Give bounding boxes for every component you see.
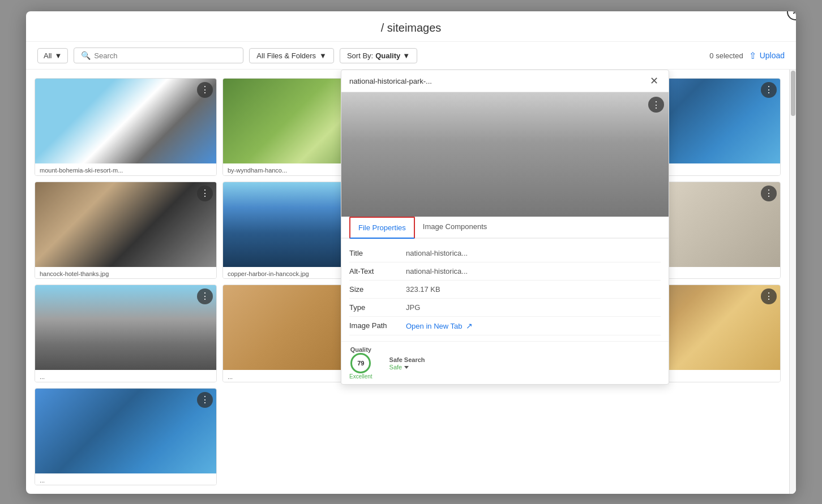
props-row: Title national-historica... xyxy=(349,244,661,262)
props-row: Alt-Text national-historica... xyxy=(349,262,661,281)
panel-safe-search-chevron xyxy=(404,366,409,369)
image-thumbnail xyxy=(35,79,216,163)
image-menu-button[interactable]: ⋮ xyxy=(197,288,213,304)
props-key: Size xyxy=(349,285,406,294)
props-key: Image Path xyxy=(349,321,406,330)
all-filter-label: All xyxy=(44,51,52,60)
tab-file-properties[interactable]: File Properties xyxy=(349,217,415,239)
sort-button[interactable]: Sort By: Quality ▼ xyxy=(340,48,417,63)
props-value: Open in New Tab ↗ xyxy=(406,321,473,330)
props-row: Image Path Open in New Tab ↗ xyxy=(349,317,661,335)
panel-header: national-historical-park-... ✕ xyxy=(341,70,669,92)
panel-tabs: File Properties Image Components xyxy=(341,217,669,239)
sort-chevron-icon: ▼ xyxy=(403,51,410,60)
upload-button[interactable]: ⇧ Upload xyxy=(749,50,785,61)
grid-container: ⋮ mount-bohemia-ski-resort-m... Quality … xyxy=(26,70,796,494)
props-row: Size 323.17 KB xyxy=(349,281,661,299)
sort-value: Quality xyxy=(375,51,400,60)
panel-close-button[interactable]: ✕ xyxy=(648,76,661,86)
toolbar: All ▼ 🔍 All Files & Folders ▼ Sort By: Q… xyxy=(26,42,796,70)
open-in-new-tab-link[interactable]: Open in New Tab xyxy=(406,322,463,330)
panel-safe-search-value[interactable]: Safe xyxy=(389,364,425,371)
selected-count: 0 selected xyxy=(709,51,743,60)
files-folders-label: All Files & Folders xyxy=(256,51,316,60)
image-menu-button[interactable]: ⋮ xyxy=(197,392,213,408)
card-footer: hancock-hotel-thanks.jpg Quality 83 Exce… xyxy=(35,267,216,279)
scroll-thumb[interactable] xyxy=(791,71,795,116)
modal-title: / siteimages xyxy=(26,11,796,42)
image-menu-button[interactable]: ⋮ xyxy=(197,82,213,98)
file-properties-panel: national-historical-park-... ✕ ⋮ File Pr… xyxy=(341,70,669,385)
panel-safe-search-section: Safe Search Safe xyxy=(389,355,425,371)
props-value: national-historica... xyxy=(406,267,468,275)
upload-icon: ⇧ xyxy=(749,50,756,61)
card-filename: ... xyxy=(40,373,212,380)
tab-image-components[interactable]: Image Components xyxy=(415,217,495,239)
image-thumbnail xyxy=(35,285,216,370)
files-chevron-icon: ▼ xyxy=(319,51,327,60)
props-value: JPG xyxy=(406,303,420,312)
image-menu-button[interactable]: ⋮ xyxy=(761,288,777,304)
card-filename: ... xyxy=(40,477,212,484)
image-thumbnail-wrap[interactable]: ⋮ xyxy=(35,79,216,163)
modal-container: × / siteimages All ▼ 🔍 All Files & Folde… xyxy=(26,11,796,494)
scrollbar[interactable] xyxy=(789,70,796,494)
props-row: Type JPG xyxy=(349,299,661,317)
panel-safe-row: Quality 79 Excellent Safe Search Safe xyxy=(341,341,669,384)
image-thumbnail-wrap[interactable]: ⋮ xyxy=(35,182,216,267)
props-key: Alt-Text xyxy=(349,267,406,275)
panel-title: national-historical-park-... xyxy=(349,77,432,85)
image-menu-button[interactable]: ⋮ xyxy=(197,186,213,201)
image-menu-button[interactable]: ⋮ xyxy=(761,82,777,98)
props-value: national-historica... xyxy=(406,249,468,257)
files-folders-button[interactable]: All Files & Folders ▼ xyxy=(249,48,334,63)
card-footer: mount-bohemia-ski-resort-m... Quality 99… xyxy=(35,163,216,176)
filter-chevron-icon: ▼ xyxy=(54,51,62,60)
panel-quality-label: Quality xyxy=(350,346,371,353)
image-thumbnail-wrap[interactable]: ⋮ xyxy=(35,389,216,473)
image-card: ⋮ ... Quality 76 Excellent ▼ Safe Search… xyxy=(35,285,217,382)
modal-overlay: × / siteimages All ▼ 🔍 All Files & Folde… xyxy=(0,0,822,504)
sort-label: Sort By: xyxy=(347,51,373,60)
image-thumbnail xyxy=(35,389,216,473)
all-filter-button[interactable]: All ▼ xyxy=(37,48,68,63)
props-value: 323.17 KB xyxy=(406,285,440,294)
panel-quality-section: Quality 79 Excellent xyxy=(349,346,373,380)
search-box: 🔍 xyxy=(74,48,243,63)
upload-label: Upload xyxy=(760,51,785,60)
card-footer: ... Quality 76 Excellent ▼ Safe Search S… xyxy=(35,370,216,382)
panel-quality-text: Excellent xyxy=(349,373,373,380)
search-input[interactable] xyxy=(94,51,236,60)
image-card: ⋮ ... Quality 77 Excellent ▼ Safe Search… xyxy=(35,388,217,486)
card-filename: mount-bohemia-ski-resort-m... xyxy=(40,167,212,174)
panel-image-menu-button[interactable]: ⋮ xyxy=(648,97,664,113)
properties-table: Title national-historica... Alt-Text nat… xyxy=(341,239,669,341)
image-thumbnail-wrap[interactable]: ⋮ xyxy=(35,285,216,370)
image-menu-button[interactable]: ⋮ xyxy=(761,186,777,201)
props-key: Title xyxy=(349,249,406,257)
panel-image-preview: ⋮ xyxy=(341,92,669,217)
external-link-icon: ↗ xyxy=(466,321,473,330)
image-card: ⋮ hancock-hotel-thanks.jpg Quality 83 Ex… xyxy=(35,182,217,279)
panel-quality-score: 79 xyxy=(357,360,364,367)
card-filename: hancock-hotel-thanks.jpg xyxy=(40,270,212,277)
card-footer: ... Quality 77 Excellent ▼ Safe Search S… xyxy=(35,473,216,486)
panel-safe-search-label: Safe Search xyxy=(389,356,425,363)
panel-quality-circle: 79 xyxy=(350,353,371,373)
image-thumbnail xyxy=(35,182,216,267)
search-icon: 🔍 xyxy=(81,51,91,60)
props-key: Type xyxy=(349,303,406,312)
image-card: ⋮ mount-bohemia-ski-resort-m... Quality … xyxy=(35,78,217,176)
panel-safe-search-text: Safe xyxy=(389,364,403,371)
